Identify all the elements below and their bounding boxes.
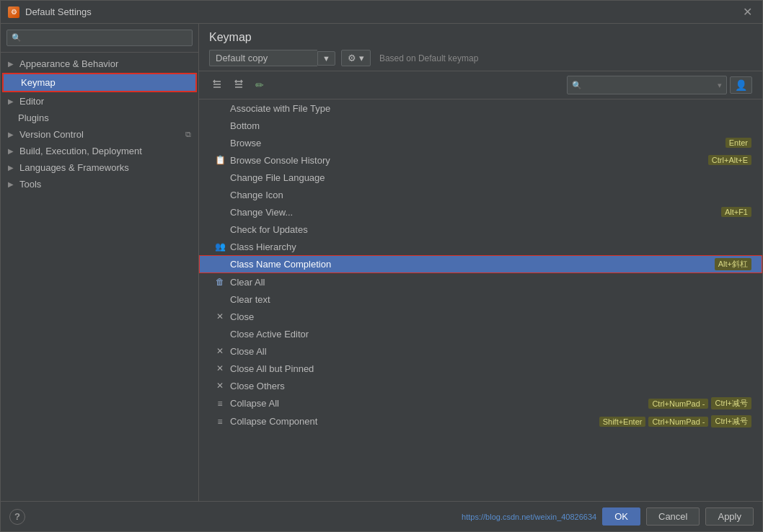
settings-search-input[interactable] (25, 32, 188, 43)
sidebar-item-plugins[interactable]: Plugins (1, 110, 198, 126)
action-icon (214, 172, 226, 183)
action-item-close-others[interactable]: ✕ Close Others (199, 377, 762, 394)
shortcut-badge-2: Ctrl+NumPad - (648, 417, 708, 427)
action-icon (214, 223, 226, 235)
sidebar-item-tools[interactable]: ▶ Tools (1, 176, 198, 192)
main-content: 🔍 ▶ Appearance & Behavior Keymap ▶ Edito (1, 24, 762, 501)
action-item-class-hierarchy[interactable]: 👥 Class Hierarchy (199, 238, 762, 255)
action-label: Class Hierarchy (230, 241, 751, 252)
sidebar-item-label: Version Control (19, 129, 181, 140)
collapse-all-button[interactable] (231, 78, 247, 93)
action-label: Bottom (230, 120, 751, 131)
gear-icon: ⚙ (348, 53, 356, 63)
action-item-close[interactable]: ✕ Close (199, 308, 762, 325)
action-item-associate-file-type[interactable]: Associate with File Type (199, 99, 762, 117)
sidebar-item-languages[interactable]: ▶ Languages & Frameworks (1, 159, 198, 176)
action-label: Close Active Editor (230, 329, 751, 340)
user-filter-button[interactable]: 👤 (730, 76, 752, 94)
action-item-change-icon[interactable]: Change Icon (199, 186, 762, 203)
action-icon (214, 328, 226, 340)
arrow-icon: ▶ (8, 60, 15, 68)
action-label: Close All but Pinned (230, 363, 751, 374)
search-icon: 🔍 (572, 81, 582, 90)
close-but-pinned-icon: ✕ (214, 363, 226, 374)
action-label: Change File Language (230, 172, 751, 183)
bottom-bar: ? https://blog.csdn.net/weixin_40826634 … (1, 501, 762, 531)
sidebar-item-keymap[interactable]: Keymap (2, 73, 197, 92)
action-icon (214, 137, 226, 148)
action-label: Clear All (230, 277, 751, 288)
sidebar-item-label: Keymap (21, 77, 56, 88)
close-all-icon: ✕ (214, 345, 226, 357)
gear-dropdown-arrow: ▾ (359, 53, 364, 63)
close-button[interactable]: ✕ (740, 4, 755, 20)
keymap-dropdown: Default copy ▼ (209, 50, 335, 66)
action-icon (214, 120, 226, 131)
class-hierarchy-icon: 👥 (214, 241, 226, 252)
collapse-all-icon: ≡ (214, 398, 226, 409)
action-icon (214, 259, 226, 270)
action-icon (214, 189, 226, 200)
apply-button[interactable]: Apply (705, 507, 754, 526)
shortcut-badge: Shift+Enter (599, 417, 646, 427)
sidebar-item-label: Appearance & Behavior (19, 58, 118, 69)
console-history-icon: 📋 (214, 154, 226, 166)
right-header: Keymap Default copy ▼ ⚙ ▾ Based on Defau… (199, 24, 762, 71)
titlebar: ⚙ Default Settings ✕ (1, 1, 762, 24)
action-item-browse[interactable]: Browse Enter (199, 134, 762, 151)
action-item-check-for-updates[interactable]: Check for Updates (199, 221, 762, 238)
action-label: Browse Console History (230, 155, 705, 166)
search-dropdown-icon[interactable]: ▾ (718, 81, 722, 90)
sidebar-item-editor[interactable]: ▶ Editor (1, 93, 198, 110)
arrow-icon: ▶ (8, 180, 15, 188)
action-label: Close Others (230, 381, 751, 391)
sidebar-item-appearance[interactable]: ▶ Appearance & Behavior (1, 56, 198, 72)
action-item-clear-text[interactable]: Clear text (199, 291, 762, 308)
default-settings-window: ⚙ Default Settings ✕ 🔍 ▶ Appearance & Be… (0, 0, 763, 532)
search-input-wrap: 🔍 (6, 30, 193, 46)
action-item-bottom[interactable]: Bottom (199, 117, 762, 134)
action-item-collapse-all[interactable]: ≡ Collapse All Ctrl+NumPad - Ctrl+减号 (199, 394, 762, 412)
sidebar-item-build[interactable]: ▶ Build, Execution, Deployment (1, 143, 198, 159)
search-box: 🔍 (1, 24, 198, 53)
action-item-browse-console-history[interactable]: 📋 Browse Console History Ctrl+Alt+E (199, 151, 762, 169)
action-item-change-file-language[interactable]: Change File Language (199, 169, 762, 186)
titlebar-left: ⚙ Default Settings (8, 6, 92, 18)
action-item-class-name-completion[interactable]: Class Name Completion Alt+斜杠 (199, 255, 762, 273)
app-icon: ⚙ (8, 6, 19, 18)
cancel-button[interactable]: Cancel (646, 507, 700, 526)
action-item-change-view[interactable]: Change View... Alt+F1 (199, 203, 762, 221)
action-label: Browse (230, 138, 723, 148)
collapse-component-icon: ≡ (214, 416, 226, 427)
shortcut-badge: Ctrl+NumPad - (648, 399, 708, 409)
toolbar-search: 🔍 ▾ 👤 (567, 76, 752, 94)
sidebar-item-label: Languages & Frameworks (19, 162, 129, 173)
expand-all-button[interactable] (209, 78, 225, 93)
edit-shortcuts-button[interactable]: ✏ (252, 78, 267, 92)
ok-button[interactable]: OK (602, 507, 640, 526)
action-item-close-all[interactable]: ✕ Close All (199, 342, 762, 360)
action-search-input[interactable] (585, 78, 715, 92)
action-item-clear-all[interactable]: 🗑 Clear All (199, 273, 762, 291)
keymap-select[interactable]: Default copy (209, 50, 317, 66)
sidebar-item-label: Plugins (18, 112, 49, 123)
action-icon (214, 102, 226, 114)
sidebar-item-label: Editor (19, 96, 44, 107)
based-on-label: Based on Default keymap (379, 53, 478, 63)
action-item-close-active-editor[interactable]: Close Active Editor (199, 325, 762, 342)
sidebar-item-version-control[interactable]: ▶ Version Control ⧉ (1, 126, 198, 143)
shortcut-badge-2: Ctrl+减号 (711, 397, 751, 409)
help-button[interactable]: ? (9, 509, 25, 525)
action-label: Collapse Component (230, 416, 596, 427)
close-others-icon: ✕ (214, 380, 226, 391)
action-icon (214, 206, 226, 218)
keymap-controls: Default copy ▼ ⚙ ▾ Based on Default keym… (209, 50, 752, 66)
keymap-toolbar: ✏ 🔍 ▾ 👤 (199, 71, 762, 99)
action-item-close-all-but-pinned[interactable]: ✕ Close All but Pinned (199, 360, 762, 377)
shortcut-badge: Alt+F1 (721, 207, 751, 217)
keymap-gear-button[interactable]: ⚙ ▾ (341, 50, 371, 66)
keymap-dropdown-arrow[interactable]: ▼ (317, 51, 335, 66)
shortcut-badge: Alt+斜杠 (715, 258, 751, 270)
action-label: Check for Updates (230, 224, 751, 235)
action-item-collapse-component[interactable]: ≡ Collapse Component Shift+Enter Ctrl+Nu… (199, 412, 762, 430)
